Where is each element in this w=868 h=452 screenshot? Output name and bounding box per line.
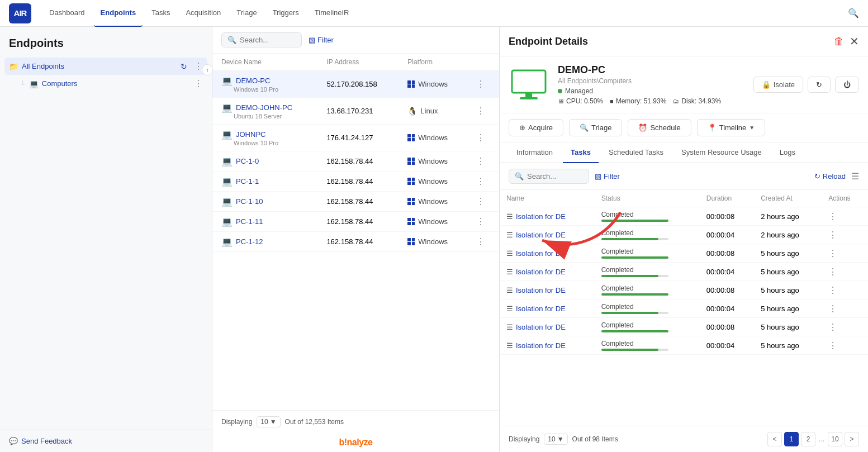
task-status-text: Completed xyxy=(601,211,693,218)
endpoint-row[interactable]: 💻 JOHNPC Windows 10 Pro 176.41.24.127 Wi… xyxy=(212,125,499,151)
endpoint-row[interactable]: 💻 DEMO-PC Windows 10 Pro 52.170.208.158 … xyxy=(212,71,499,98)
endpoint-row[interactable]: 💻 PC-1-10 162.158.78.44 Windows⋮ xyxy=(212,192,499,212)
detail-header: Endpoint Details 🗑 ✕ xyxy=(500,27,868,56)
per-page-select[interactable]: 10 ▼ xyxy=(257,416,280,427)
timeline-button[interactable]: 📍 Timeline ▼ xyxy=(697,119,766,136)
sidebar-collapse-btn[interactable]: ‹ xyxy=(202,64,213,75)
task-name-link[interactable]: ☰ Isolation for DE xyxy=(506,268,588,276)
endpoint-row[interactable]: 💻 PC-1-1 162.158.78.44 Windows⋮ xyxy=(212,172,499,192)
tasks-filter-btn[interactable]: ▧ Filter xyxy=(595,172,620,180)
prev-page-btn[interactable]: < xyxy=(767,432,782,446)
nav-endpoints[interactable]: Endpoints xyxy=(94,0,143,27)
close-icon[interactable]: ✕ xyxy=(850,35,859,48)
power-button[interactable]: ⏻ xyxy=(835,77,859,93)
computers-more-icon[interactable]: ⋮ xyxy=(194,78,203,89)
task-actions-btn[interactable]: ⋮ xyxy=(828,230,837,240)
task-name-link[interactable]: ☰ Isolation for DE xyxy=(506,341,588,350)
task-name-link[interactable]: ☰ Isolation for DE xyxy=(506,231,588,239)
device-os: Ubuntu 18 Server xyxy=(234,113,309,120)
device-more[interactable]: ⋮ xyxy=(467,71,499,98)
device-name-link[interactable]: 💻 PC-1-1 xyxy=(221,176,309,187)
nav-search-area: 🔍 xyxy=(848,8,859,18)
task-actions-btn[interactable]: ⋮ xyxy=(828,212,837,221)
device-name-link[interactable]: 💻 PC-1-10 xyxy=(221,196,309,207)
task-name-link[interactable]: ☰ Isolation for DE xyxy=(506,249,588,258)
task-name-link[interactable]: ☰ Isolation for DE xyxy=(506,286,588,294)
task-name-link[interactable]: ☰ Isolation for DE xyxy=(506,212,588,221)
task-duration: 00:00:08 xyxy=(700,281,754,299)
device-more[interactable]: ⋮ xyxy=(467,172,499,192)
task-actions-btn[interactable]: ⋮ xyxy=(828,249,837,258)
endpoint-row[interactable]: 💻 DEMO-JOHN-PC Ubuntu 18 Server 13.68.17… xyxy=(212,98,499,125)
tab-information[interactable]: Information xyxy=(509,142,561,163)
nav-acquisition[interactable]: Acquisition xyxy=(179,0,227,27)
device-name-link[interactable]: 💻 DEMO-PC xyxy=(221,75,309,86)
task-progress-bar xyxy=(601,330,668,332)
task-list-icon: ☰ xyxy=(506,212,513,221)
refresh-button[interactable]: ↻ xyxy=(808,77,831,93)
endpoint-search-box[interactable]: 🔍 xyxy=(221,32,302,47)
page-10-btn[interactable]: 10 xyxy=(828,432,842,446)
endpoint-row[interactable]: 💻 PC-1-0 162.158.78.44 Windows⋮ xyxy=(212,151,499,172)
device-name-link[interactable]: 💻 PC-1-11 xyxy=(221,216,309,227)
device-name-link[interactable]: 💻 JOHNPC xyxy=(221,129,309,140)
device-more[interactable]: ⋮ xyxy=(467,151,499,172)
nav-tasks[interactable]: Tasks xyxy=(145,0,177,27)
device-icon: 💻 xyxy=(221,156,233,166)
device-name-link[interactable]: 💻 PC-1-0 xyxy=(221,156,309,166)
search-icon[interactable]: 🔍 xyxy=(848,8,859,18)
task-progress-bar xyxy=(601,238,668,240)
page-1-btn[interactable]: 1 xyxy=(784,432,799,446)
endpoint-search-input[interactable] xyxy=(240,36,296,44)
columns-btn[interactable]: ☰ xyxy=(851,171,859,182)
reload-button[interactable]: ↻ Reload xyxy=(814,172,846,180)
nav-dashboard[interactable]: Dashboard xyxy=(42,0,92,27)
device-name-cell: 💻 PC-1-0 xyxy=(221,156,309,166)
tasks-search-box[interactable]: 🔍 xyxy=(509,169,589,184)
device-more[interactable]: ⋮ xyxy=(467,232,499,252)
refresh-icon[interactable]: ↻ xyxy=(181,62,187,71)
nav-timelineir[interactable]: TimelineIR xyxy=(308,0,356,27)
device-more[interactable]: ⋮ xyxy=(467,212,499,232)
triage-button[interactable]: 🔍 Triage xyxy=(569,119,622,136)
sidebar-item-computers[interactable]: └ 💻 Computers ⋮ xyxy=(16,75,207,92)
tab-logs[interactable]: Logs xyxy=(772,142,803,163)
tasks-search-input[interactable] xyxy=(527,172,583,180)
device-name-link[interactable]: 💻 DEMO-JOHN-PC xyxy=(221,102,309,113)
device-more[interactable]: ⋮ xyxy=(467,125,499,151)
task-actions-btn[interactable]: ⋮ xyxy=(828,341,837,350)
nav-triggers[interactable]: Triggers xyxy=(266,0,306,27)
endpoint-filter-btn[interactable]: ▧ Filter xyxy=(309,36,334,44)
status-dot xyxy=(558,89,562,93)
acquire-button[interactable]: ⊕ Acquire xyxy=(509,119,563,136)
folder-icon: 📁 xyxy=(9,62,18,71)
tab-scheduled-tasks[interactable]: Scheduled Tasks xyxy=(601,142,671,163)
send-feedback-btn[interactable]: 💬 Send Feedback xyxy=(0,430,212,452)
next-page-btn[interactable]: > xyxy=(845,432,859,446)
device-more[interactable]: ⋮ xyxy=(467,98,499,125)
nav-triage[interactable]: Triage xyxy=(230,0,263,27)
task-actions-btn[interactable]: ⋮ xyxy=(828,267,837,277)
page-2-btn[interactable]: 2 xyxy=(801,432,815,446)
col-device-name: Device Name xyxy=(212,54,317,71)
task-name-link[interactable]: ☰ Isolation for DE xyxy=(506,323,588,331)
task-actions-btn[interactable]: ⋮ xyxy=(828,304,837,313)
tab-system-resource-usage[interactable]: System Resource Usage xyxy=(673,142,770,163)
task-actions-btn[interactable]: ⋮ xyxy=(828,322,837,332)
tasks-per-page-select[interactable]: 10 ▼ xyxy=(544,434,567,445)
task-name-link[interactable]: ☰ Isolation for DE xyxy=(506,304,588,313)
tab-tasks[interactable]: Tasks xyxy=(563,142,599,163)
task-list-icon: ☰ xyxy=(506,286,513,294)
delete-icon[interactable]: 🗑 xyxy=(834,36,844,47)
task-status-cell: Completed xyxy=(601,211,693,222)
bnalyze-text: b!nalyze xyxy=(339,437,372,447)
sidebar-item-all-endpoints[interactable]: 📁 All Endpoints ↻ ⋮ xyxy=(4,58,207,75)
device-name-link[interactable]: 💻 PC-1-12 xyxy=(221,236,309,247)
task-created-at: 5 hours ago xyxy=(754,263,822,281)
task-actions-btn[interactable]: ⋮ xyxy=(828,286,837,295)
isolate-button[interactable]: 🔒 Isolate xyxy=(753,77,803,93)
schedule-button[interactable]: ⏰ Schedule xyxy=(628,119,691,136)
endpoint-row[interactable]: 💻 PC-1-11 162.158.78.44 Windows⋮ xyxy=(212,212,499,232)
device-more[interactable]: ⋮ xyxy=(467,192,499,212)
endpoint-row[interactable]: 💻 PC-1-12 162.158.78.44 Windows⋮ xyxy=(212,232,499,252)
